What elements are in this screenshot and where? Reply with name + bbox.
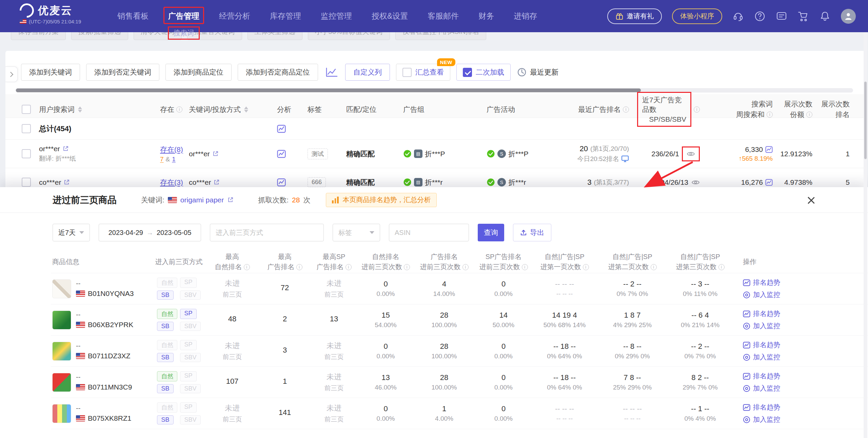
search-term[interactable]: co***er: [39, 178, 61, 186]
analysis-chart-icon[interactable]: [277, 178, 286, 186]
info-icon[interactable]: [651, 264, 657, 270]
eye-icon[interactable]: [687, 151, 695, 157]
exist-link[interactable]: 存在(3): [160, 178, 183, 187]
add-monitor-link[interactable]: 加入监控: [743, 384, 780, 393]
info-icon[interactable]: [176, 106, 182, 113]
info-icon[interactable]: [694, 106, 700, 113]
export-button[interactable]: 导出: [513, 224, 551, 241]
info-icon[interactable]: [346, 264, 352, 270]
invite-reward-button[interactable]: 邀请有礼: [607, 8, 662, 24]
close-icon[interactable]: [807, 196, 815, 205]
rank-trend-summary-badge[interactable]: 本页商品排名趋势，汇总分析: [326, 193, 437, 207]
add-to-keyword-button[interactable]: 添加到关键词: [21, 64, 80, 81]
ad-group-name[interactable]: 折***P: [425, 149, 445, 159]
campaign-name[interactable]: 折***r: [508, 178, 526, 187]
info-icon[interactable]: [583, 264, 589, 270]
row-checkbox[interactable]: [22, 124, 31, 133]
nav-item-business-analysis[interactable]: 经营分析: [219, 11, 250, 21]
search-term[interactable]: or***er: [39, 145, 60, 153]
summary-view-checkbox[interactable]: [402, 68, 412, 77]
date-range-picker[interactable]: 2023-04-29 → 2023-05-05: [99, 224, 201, 241]
trend-chart-icon[interactable]: [765, 146, 773, 153]
info-icon[interactable]: [718, 264, 725, 270]
date-range-select[interactable]: 近7天: [53, 224, 90, 241]
rank-trend-link[interactable]: 排名趋势: [743, 372, 780, 381]
info-icon[interactable]: [296, 264, 302, 270]
monitor-icon[interactable]: [621, 155, 629, 162]
add-monitor-link[interactable]: 加入监控: [743, 321, 780, 331]
vertical-scrollbar[interactable]: [864, 32, 867, 438]
bell-icon[interactable]: [819, 11, 831, 22]
nav-item-ad-management[interactable]: 广告管理 搜索词: [168, 11, 199, 21]
trend-chart-icon[interactable]: [765, 179, 773, 186]
second-load-checkbox[interactable]: [463, 68, 472, 77]
custom-columns-button[interactable]: 自定义列: [345, 64, 390, 81]
second-load-toggle[interactable]: 二次加载: [456, 64, 511, 81]
external-link-icon[interactable]: [227, 197, 234, 203]
rank-trend-link[interactable]: 排名趋势: [743, 340, 780, 350]
entry-method-input[interactable]: [210, 224, 324, 241]
panel-expander[interactable]: [5, 66, 18, 82]
campaign-name[interactable]: 折***P: [508, 149, 529, 159]
rank-trend-link[interactable]: 排名趋势: [743, 309, 780, 318]
chart-view-button[interactable]: [324, 65, 339, 79]
product-asin[interactable]: B075XK8RZ1: [88, 414, 131, 422]
keyword[interactable]: co***er: [189, 178, 211, 186]
nav-item-sales-board[interactable]: 销售看板: [117, 11, 149, 21]
external-link-icon[interactable]: [62, 145, 69, 152]
header-keyword-targeting[interactable]: 关键词/投放方式: [189, 105, 241, 114]
date-from[interactable]: 2023-04-29: [108, 229, 143, 237]
analysis-chart-icon[interactable]: [277, 150, 286, 158]
info-icon[interactable]: [767, 112, 773, 118]
info-icon[interactable]: [806, 112, 812, 118]
external-link-icon[interactable]: [212, 151, 219, 157]
sort-icon[interactable]: [244, 106, 248, 113]
cart-icon[interactable]: [797, 11, 809, 22]
product-asin[interactable]: B01N0YQNA3: [88, 290, 134, 298]
add-monitor-link[interactable]: 加入监控: [743, 290, 780, 299]
row-checkbox[interactable]: [22, 178, 31, 187]
mini-program-button[interactable]: 体验小程序: [672, 8, 722, 24]
date-to[interactable]: 2023-05-05: [157, 229, 191, 237]
info-icon[interactable]: [404, 264, 410, 270]
summary-view-toggle[interactable]: 汇总查看 NEW: [396, 64, 450, 81]
product-asin[interactable]: B06XB2YPRK: [88, 321, 133, 329]
exist-count-purple[interactable]: 1: [172, 156, 176, 163]
exist-link[interactable]: 存在(8): [160, 145, 183, 154]
analysis-chart-icon[interactable]: [277, 125, 286, 133]
keyword[interactable]: or***er: [189, 150, 210, 158]
info-icon[interactable]: [244, 264, 250, 270]
eye-icon[interactable]: [691, 179, 700, 186]
vertical-scrollbar-thumb[interactable]: [864, 81, 867, 159]
user-avatar[interactable]: [841, 9, 856, 24]
help-icon[interactable]: [754, 11, 766, 22]
support-icon[interactable]: [732, 11, 744, 22]
add-to-negative-product-targeting-button[interactable]: 添加到否定商品定位: [238, 64, 318, 81]
product-asin[interactable]: B0711DZ3XZ: [88, 352, 131, 360]
horizontal-scrollbar[interactable]: [16, 88, 853, 93]
add-to-product-targeting-button[interactable]: 添加到商品定位: [165, 64, 232, 81]
external-link-icon[interactable]: [213, 179, 220, 185]
nav-item-monitoring[interactable]: 监控管理: [321, 11, 352, 21]
add-monitor-link[interactable]: 加入监控: [743, 353, 780, 362]
header-user-search-term[interactable]: 用户搜索词: [39, 105, 75, 114]
info-icon[interactable]: [623, 106, 629, 113]
nav-item-finance[interactable]: 财务: [478, 11, 494, 21]
nav-item-customer-email[interactable]: 客服邮件: [428, 11, 459, 21]
info-icon[interactable]: [462, 264, 469, 270]
submenu-search-terms[interactable]: 搜索词: [168, 26, 200, 40]
recent-update-button[interactable]: 最近更新: [517, 67, 558, 77]
keyword-link[interactable]: origami paper: [180, 196, 224, 204]
sort-icon[interactable]: [78, 106, 82, 113]
product-asin[interactable]: B0711MN3C9: [88, 383, 132, 391]
nav-item-authorization-settings[interactable]: 授权&设置: [372, 11, 408, 21]
tag-select[interactable]: 标签: [333, 224, 380, 241]
horizontal-scrollbar-thumb[interactable]: [16, 88, 641, 93]
add-to-negative-keyword-button[interactable]: 添加到否定关键词: [86, 64, 159, 81]
query-button[interactable]: 查询: [478, 224, 504, 241]
message-icon[interactable]: [776, 11, 787, 22]
select-all-checkbox[interactable]: [22, 105, 31, 114]
info-icon[interactable]: [522, 264, 528, 270]
external-link-icon[interactable]: [63, 179, 70, 185]
rank-trend-link[interactable]: 排名趋势: [743, 278, 780, 287]
